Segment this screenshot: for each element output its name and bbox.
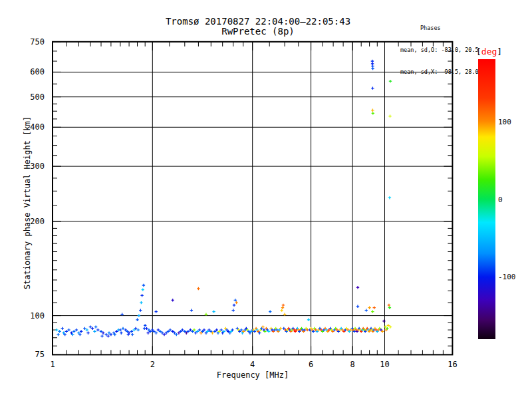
x-tick-label: 1	[50, 360, 55, 369]
x-tick-label: 4	[250, 360, 255, 369]
y-tick-label: 750	[14, 37, 45, 47]
y-tick-label: 100	[14, 311, 45, 321]
colorbar-tick-label: 0	[498, 196, 503, 204]
colorbar-bracket-open: [	[476, 47, 481, 57]
colorbar-tick-label: -100	[498, 273, 516, 281]
x-tick-label: 6	[309, 360, 313, 369]
plot-canvas	[0, 0, 532, 399]
y-axis-title: Stationary phase Virtual Height [km]	[23, 116, 32, 289]
x-tick-label: 8	[350, 360, 354, 369]
y-tick-label: 500	[14, 92, 45, 102]
colorbar-unit-text: deg	[481, 47, 497, 57]
x-tick-label: 16	[448, 360, 457, 369]
ionogram-plot-window: Tromsø 20170827 22:04:00–22:05:43 RwPret…	[0, 0, 532, 399]
colorbar-tick-label: 100	[498, 118, 511, 126]
x-tick-label: 10	[380, 360, 389, 369]
y-tick-label: 600	[14, 67, 45, 76]
x-axis-title: Frequency [MHz]	[217, 370, 289, 380]
colorbar-gradient	[478, 59, 495, 339]
x-tick-label: 2	[150, 360, 155, 369]
y-tick-label: 75	[14, 350, 45, 359]
colorbar-bracket-close: ]	[497, 47, 502, 57]
colorbar-unit-label: [deg]	[476, 47, 502, 57]
